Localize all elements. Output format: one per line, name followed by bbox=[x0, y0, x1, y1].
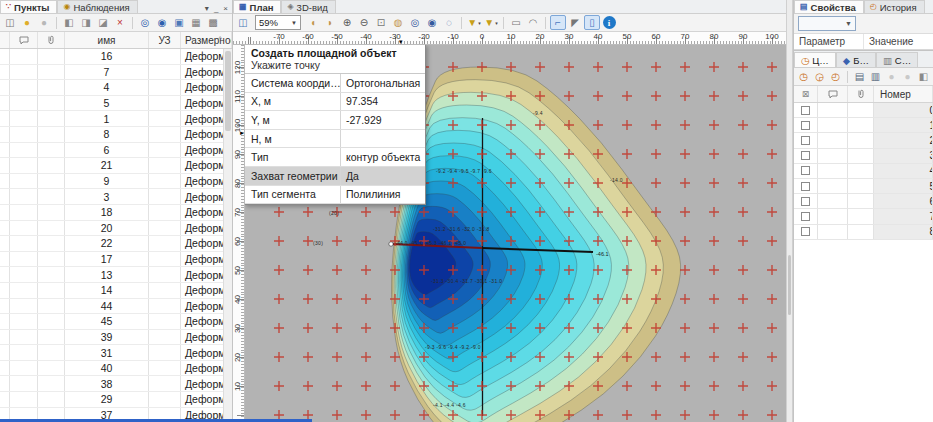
scrollbar-thumb[interactable] bbox=[225, 51, 231, 131]
minimize-icon[interactable]: _ bbox=[214, 4, 218, 13]
properties-view-icon[interactable]: ▣ bbox=[171, 15, 187, 30]
tab-properties[interactable]: ▤ Свойства bbox=[794, 0, 864, 13]
cycle-checkbox[interactable] bbox=[801, 197, 810, 206]
list-item[interactable]: 1 bbox=[794, 118, 933, 133]
tab-layers[interactable]: ▥ С… bbox=[876, 52, 918, 67]
map-scrollbar-thumb[interactable] bbox=[788, 255, 791, 315]
tab-observations[interactable]: ◉ Наблюдения bbox=[57, 0, 137, 13]
cycle-one-icon[interactable]: ◴ bbox=[828, 69, 843, 84]
table-row[interactable]: 6Деформац… bbox=[0, 143, 232, 159]
pan-drag-icon[interactable]: ◍ bbox=[390, 15, 406, 30]
table-row[interactable]: 31Деформац… bbox=[0, 345, 232, 361]
table-row[interactable]: 38Деформац… bbox=[0, 376, 232, 392]
deselect-rect-icon[interactable]: ◨ bbox=[78, 15, 94, 30]
number-column-header[interactable]: Номер bbox=[874, 86, 933, 102]
cycle-checkbox[interactable] bbox=[801, 166, 810, 175]
table-row[interactable]: 5Деформац… bbox=[0, 96, 232, 112]
popup-row-value[interactable]: -27.929 bbox=[341, 114, 425, 126]
table-row[interactable]: 13Деформац… bbox=[0, 267, 232, 283]
popup-property-row[interactable]: Тип сегментаПолилиния bbox=[245, 186, 425, 205]
table-row[interactable]: 3Деформац… bbox=[0, 189, 232, 205]
invert-select-icon[interactable]: ◪ bbox=[95, 15, 111, 30]
parameter-column-header[interactable]: Параметр bbox=[794, 34, 864, 49]
cycle-checkbox[interactable] bbox=[801, 227, 810, 236]
list-item[interactable]: 7 bbox=[794, 209, 933, 224]
table-row[interactable]: 29Деформац… bbox=[0, 392, 232, 408]
zoom-in-icon[interactable]: ⊕ bbox=[339, 15, 355, 30]
pan-hand-icon[interactable]: ◖ bbox=[305, 15, 321, 30]
filter-icon[interactable]: ▼▾ bbox=[466, 15, 482, 30]
list-item[interactable]: 8 bbox=[794, 225, 933, 240]
table-row[interactable]: 14Деформац… bbox=[0, 283, 232, 299]
list-item[interactable]: 6 bbox=[794, 194, 933, 209]
cycle-checkbox[interactable] bbox=[801, 136, 810, 145]
dimension-column-header[interactable]: Размерность bbox=[181, 32, 232, 48]
table-row[interactable]: 8Деформац… bbox=[0, 127, 232, 143]
popup-property-row[interactable]: Система коорди…Ортогональная bbox=[245, 74, 425, 93]
table-row[interactable]: 22Деформац… bbox=[0, 236, 232, 252]
zoom-out-icon[interactable]: ⊖ bbox=[356, 15, 372, 30]
list-item[interactable]: 2 bbox=[794, 133, 933, 148]
select-rect-icon[interactable]: ▭ bbox=[508, 15, 524, 30]
zoom-level-select[interactable]: 59% ▼ bbox=[255, 15, 301, 30]
sort-indicator[interactable]: ^ bbox=[218, 34, 222, 43]
tab-points[interactable]: ∵ Пункты bbox=[0, 0, 57, 13]
table-row[interactable]: 39Деформац… bbox=[0, 330, 232, 346]
map-scrollbar[interactable] bbox=[786, 0, 793, 422]
cycle-checkbox[interactable] bbox=[801, 182, 810, 191]
list-item[interactable]: 5 bbox=[794, 179, 933, 194]
cycle-all-icon[interactable]: ◷ bbox=[796, 69, 811, 84]
list-item[interactable]: 0 bbox=[794, 103, 933, 118]
table-row[interactable]: 16Деформац… bbox=[0, 49, 232, 65]
select-lasso-icon[interactable]: ◠ bbox=[525, 15, 541, 30]
close-icon[interactable]: × bbox=[223, 4, 228, 13]
cycle-checkbox[interactable] bbox=[801, 212, 810, 221]
bulb-off-icon[interactable]: ● bbox=[36, 15, 52, 30]
find-icon[interactable]: ◎ bbox=[137, 15, 153, 30]
table-row[interactable]: 9Деформац… bbox=[0, 174, 232, 190]
pin-icon[interactable]: ▾ bbox=[205, 4, 209, 13]
popup-row-value[interactable]: контур объекта bbox=[341, 151, 425, 163]
comment-column-header[interactable] bbox=[818, 86, 848, 102]
attachment-column-header[interactable] bbox=[38, 32, 65, 48]
cycle-fwd-icon[interactable]: ◶ bbox=[812, 69, 827, 84]
name-column-header[interactable]: имя bbox=[65, 32, 149, 48]
popup-property-row[interactable]: Y, м-27.929 bbox=[245, 111, 425, 130]
popup-row-value[interactable]: Ортогональная bbox=[341, 77, 425, 89]
object-selector-combo[interactable]: ▼ bbox=[798, 16, 856, 31]
table-row[interactable]: 45Деформац… bbox=[0, 314, 232, 330]
popup-property-row[interactable]: Типконтур объекта bbox=[245, 148, 425, 167]
frame-mode-icon[interactable]: ▯ bbox=[584, 15, 600, 30]
tab-3d-view[interactable]: ◈ 3D-вид bbox=[281, 0, 335, 13]
delete-icon[interactable]: × bbox=[112, 15, 128, 30]
table-row[interactable]: 44Деформац… bbox=[0, 299, 232, 315]
info-icon[interactable]: i bbox=[601, 15, 617, 30]
cycle-checkbox[interactable] bbox=[801, 106, 810, 115]
table-row[interactable]: 40Деформац… bbox=[0, 361, 232, 377]
tab-cycles[interactable]: ◷ Ц… bbox=[794, 52, 836, 67]
zoom-prev-icon[interactable]: ◌ bbox=[441, 15, 457, 30]
list-item[interactable]: 4 bbox=[794, 164, 933, 179]
customize-icon[interactable]: ▩ bbox=[205, 15, 221, 30]
points-scrollbar[interactable] bbox=[223, 49, 232, 422]
table-row[interactable]: 17Деформац… bbox=[0, 252, 232, 268]
popup-property-row[interactable]: H, м bbox=[245, 130, 425, 149]
tab-blocks[interactable]: ◆ Б… bbox=[836, 52, 876, 67]
filter-edit-icon[interactable]: ▼▾ bbox=[483, 15, 499, 30]
pan-page-icon[interactable]: ◗ bbox=[322, 15, 338, 30]
table-row[interactable]: 21Деформац… bbox=[0, 158, 232, 174]
zoom-all-icon[interactable]: ◉ bbox=[424, 15, 440, 30]
table-view-icon[interactable]: ▦ bbox=[188, 15, 204, 30]
find-next-icon[interactable]: ◉ bbox=[154, 15, 170, 30]
popup-property-row[interactable]: X, м97.354 bbox=[245, 93, 425, 112]
select-rect-icon[interactable]: ◧ bbox=[916, 69, 931, 84]
popup-row-value[interactable]: Полилиния bbox=[341, 188, 425, 200]
attachment-column-header[interactable] bbox=[848, 86, 874, 102]
select-rect-icon[interactable]: ◧ bbox=[61, 15, 77, 30]
check-column-header[interactable]: ⊠ bbox=[794, 86, 818, 102]
comment-column-header[interactable] bbox=[10, 32, 38, 48]
layer-add-icon[interactable]: ▤ bbox=[852, 69, 867, 84]
uz-column-header[interactable]: УЗ bbox=[149, 32, 181, 48]
zoom-points-icon[interactable]: ◎ bbox=[407, 15, 423, 30]
zoom-box-icon[interactable]: ⊡ bbox=[373, 15, 389, 30]
